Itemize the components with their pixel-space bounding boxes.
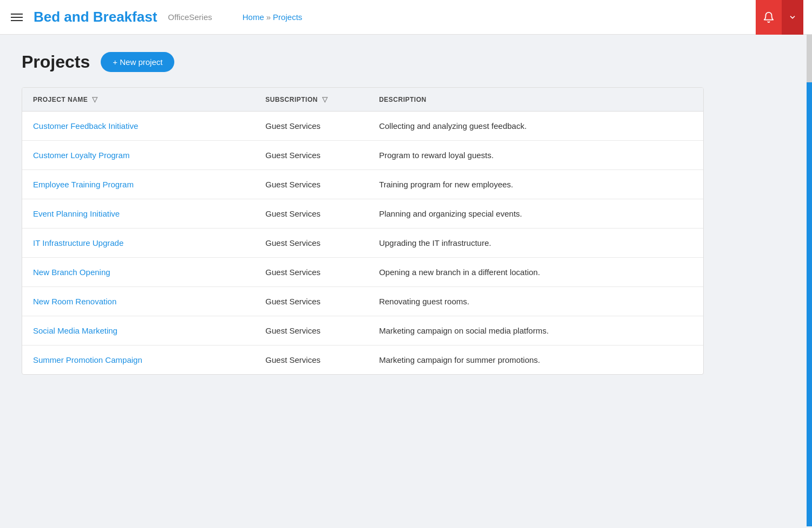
main-content: Projects + New project PROJECT NAME ▽ SU…: [0, 35, 812, 392]
cell-subscription: Guest Services: [254, 346, 368, 375]
cell-description: Planning and organizing special events.: [368, 199, 703, 229]
subscription-filter-icon[interactable]: ▽: [322, 95, 328, 103]
cell-description: Opening a new branch in a different loca…: [368, 258, 703, 287]
cell-project-name: Customer Loyalty Program: [22, 141, 254, 170]
cell-project-name: New Branch Opening: [22, 258, 254, 287]
cell-description: Training program for new employees.: [368, 170, 703, 199]
project-name-link[interactable]: Customer Feedback Initiative: [33, 121, 138, 131]
hamburger-menu[interactable]: [9, 11, 25, 23]
brand-subtitle: OfficeSeries: [168, 12, 212, 22]
cell-subscription: Guest Services: [254, 170, 368, 199]
breadcrumb-home-link[interactable]: Home: [243, 12, 264, 22]
cell-description: Marketing campaign for summer promotions…: [368, 346, 703, 375]
cell-subscription: Guest Services: [254, 258, 368, 287]
cell-project-name: Summer Promotion Campaign: [22, 346, 254, 375]
project-name-link[interactable]: Customer Loyalty Program: [33, 151, 129, 160]
col-project-name: PROJECT NAME ▽: [22, 88, 254, 112]
project-name-link[interactable]: Event Planning Initiative: [33, 209, 120, 218]
user-dropdown-button[interactable]: [782, 0, 803, 35]
projects-table: PROJECT NAME ▽ SUBSCRIPTION ▽ DESCRIPTIO…: [22, 88, 703, 374]
project-name-link[interactable]: Social Media Marketing: [33, 326, 117, 335]
cell-project-name: Customer Feedback Initiative: [22, 112, 254, 141]
project-name-filter-icon[interactable]: ▽: [92, 95, 98, 103]
project-name-link[interactable]: Summer Promotion Campaign: [33, 355, 142, 364]
cell-project-name: New Room Renovation: [22, 287, 254, 316]
table-row: New Branch OpeningGuest ServicesOpening …: [22, 258, 703, 287]
cell-description: Collecting and analyzing guest feedback.: [368, 112, 703, 141]
app-header: Bed and Breakfast OfficeSeries Home » Pr…: [0, 0, 812, 35]
header-actions: [756, 0, 803, 35]
cell-project-name: Social Media Marketing: [22, 316, 254, 346]
table-header-row: PROJECT NAME ▽ SUBSCRIPTION ▽ DESCRIPTIO…: [22, 88, 703, 112]
col-subscription: SUBSCRIPTION ▽: [254, 88, 368, 112]
project-name-link[interactable]: Employee Training Program: [33, 180, 134, 189]
cell-project-name: Event Planning Initiative: [22, 199, 254, 229]
page-header: Projects + New project: [22, 52, 790, 72]
project-name-link[interactable]: IT Infrastructure Upgrade: [33, 238, 123, 247]
table-row: Social Media MarketingGuest ServicesMark…: [22, 316, 703, 346]
project-name-link[interactable]: New Branch Opening: [33, 268, 110, 277]
cell-subscription: Guest Services: [254, 199, 368, 229]
scrollbar-track: [807, 35, 812, 392]
cell-description: Program to reward loyal guests.: [368, 141, 703, 170]
col-description: DESCRIPTION: [368, 88, 703, 112]
cell-subscription: Guest Services: [254, 316, 368, 346]
table-row: Customer Loyalty ProgramGuest ServicesPr…: [22, 141, 703, 170]
notifications-button[interactable]: [756, 0, 782, 35]
table-row: Customer Feedback InitiativeGuest Servic…: [22, 112, 703, 141]
breadcrumb: Home » Projects: [243, 12, 303, 22]
cell-subscription: Guest Services: [254, 141, 368, 170]
project-name-link[interactable]: New Room Renovation: [33, 297, 116, 306]
brand-title: Bed and Breakfast: [34, 9, 157, 25]
projects-table-container: PROJECT NAME ▽ SUBSCRIPTION ▽ DESCRIPTIO…: [22, 87, 704, 375]
cell-subscription: Guest Services: [254, 112, 368, 141]
table-row: Summer Promotion CampaignGuest ServicesM…: [22, 346, 703, 375]
scrollbar-thumb[interactable]: [807, 82, 812, 526]
chevron-down-icon: [789, 14, 796, 21]
cell-project-name: IT Infrastructure Upgrade: [22, 229, 254, 258]
new-project-button[interactable]: + New project: [101, 52, 174, 72]
cell-subscription: Guest Services: [254, 287, 368, 316]
table-row: IT Infrastructure UpgradeGuest ServicesU…: [22, 229, 703, 258]
cell-description: Upgrading the IT infrastructure.: [368, 229, 703, 258]
page-title: Projects: [22, 52, 90, 72]
cell-description: Renovating guest rooms.: [368, 287, 703, 316]
breadcrumb-separator: »: [266, 12, 271, 22]
bell-icon: [763, 11, 775, 23]
table-row: Employee Training ProgramGuest ServicesT…: [22, 170, 703, 199]
cell-project-name: Employee Training Program: [22, 170, 254, 199]
cell-subscription: Guest Services: [254, 229, 368, 258]
table-row: New Room RenovationGuest ServicesRenovat…: [22, 287, 703, 316]
cell-description: Marketing campaign on social media platf…: [368, 316, 703, 346]
table-row: Event Planning InitiativeGuest ServicesP…: [22, 199, 703, 229]
breadcrumb-current: Projects: [273, 12, 302, 22]
